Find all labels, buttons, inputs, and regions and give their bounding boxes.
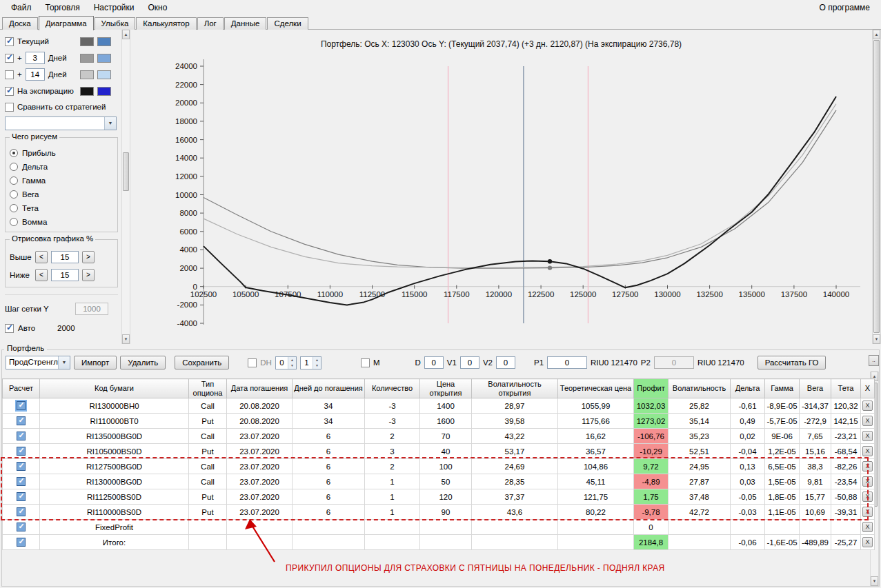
- v1-input[interactable]: [460, 356, 479, 369]
- col-header-delta[interactable]: Дельта: [731, 379, 765, 398]
- radio-option-1[interactable]: Прибыль: [10, 146, 113, 160]
- spinner-up-icon[interactable]: [288, 357, 296, 363]
- plus14-curve-checkbox[interactable]: [5, 70, 14, 79]
- row-calc-checkbox[interactable]: [17, 462, 26, 471]
- row-delete-button[interactable]: X: [862, 461, 873, 472]
- dh-spin2-input[interactable]: [301, 357, 313, 369]
- tab-6[interactable]: Данные: [224, 17, 267, 30]
- menu-about[interactable]: О программе: [813, 1, 877, 14]
- increase-above-button[interactable]: [82, 251, 95, 263]
- above-percent-input[interactable]: [51, 251, 79, 263]
- menu-item-4[interactable]: Окно: [141, 1, 175, 14]
- col-header-days-to-expiry[interactable]: Дней до погашения: [293, 379, 365, 398]
- row-calc-checkbox[interactable]: [17, 523, 26, 531]
- d-input[interactable]: [424, 356, 444, 369]
- spinner-up-icon[interactable]: [313, 357, 321, 363]
- calc-margin-button[interactable]: Рассчитать ГО: [758, 356, 826, 369]
- grid-step-input[interactable]: [75, 303, 108, 315]
- row-calc-checkbox[interactable]: [17, 477, 26, 486]
- row-delete-button[interactable]: X: [862, 491, 873, 502]
- payoff-chart[interactable]: 2400022000200001800016000140001200010000…: [130, 30, 871, 344]
- col-header-open-vol[interactable]: Волатильность открытия: [472, 379, 558, 398]
- row-calc-checkbox[interactable]: [17, 432, 26, 440]
- tab-1[interactable]: Доска: [2, 17, 38, 30]
- dh-spin1-input[interactable]: [276, 357, 288, 369]
- row-delete-button[interactable]: X: [862, 431, 873, 441]
- plus14-days-input[interactable]: [26, 68, 45, 81]
- menu-item-2[interactable]: Торговля: [39, 1, 87, 14]
- tab-3[interactable]: Улыбка: [95, 17, 136, 30]
- compare-strategy-checkbox[interactable]: [5, 103, 14, 112]
- col-header-vega[interactable]: Вега: [800, 379, 831, 398]
- radio-option-5[interactable]: Тета: [10, 201, 113, 215]
- dh-spinner-1[interactable]: [275, 356, 297, 369]
- row-calc-checkbox[interactable]: [17, 447, 26, 456]
- below-percent-input[interactable]: [51, 269, 79, 281]
- col-header-calc[interactable]: Расчет: [3, 379, 40, 398]
- scroll-up-icon[interactable]: [122, 30, 130, 39]
- delete-button[interactable]: Удалить: [120, 356, 166, 369]
- radio-option-2[interactable]: Дельта: [10, 160, 113, 174]
- increase-below-button[interactable]: [82, 269, 95, 281]
- menu-item-3[interactable]: Настройки: [87, 1, 141, 14]
- row-calc-checkbox[interactable]: [17, 416, 26, 425]
- scroll-thumb[interactable]: [123, 152, 129, 191]
- v2-input[interactable]: [496, 356, 515, 369]
- row-calc-checkbox[interactable]: [17, 507, 26, 516]
- row-calc-checkbox[interactable]: [17, 492, 26, 501]
- plus3-curve-checkbox[interactable]: [5, 54, 14, 63]
- spinner-down-icon[interactable]: [313, 363, 321, 369]
- menu-item-1[interactable]: Файл: [4, 1, 39, 14]
- col-header-quantity[interactable]: Количество: [365, 379, 420, 398]
- col-header-gamma[interactable]: Гамма: [765, 379, 800, 398]
- save-button[interactable]: Сохранить: [175, 356, 229, 369]
- spinner-down-icon[interactable]: [288, 363, 296, 369]
- col-header-volatility[interactable]: Волатильность: [669, 379, 731, 398]
- col-header-theo-price[interactable]: Теоретическая цена: [558, 379, 634, 398]
- plus3-days-input[interactable]: [26, 52, 45, 64]
- more-button[interactable]: ..: [869, 355, 879, 366]
- tab-7[interactable]: Сделки: [267, 17, 308, 30]
- col-header-x[interactable]: X: [861, 379, 875, 398]
- col-header-code[interactable]: Код бумаги: [40, 379, 189, 398]
- row-calc-checkbox[interactable]: [17, 538, 26, 547]
- decrease-above-button[interactable]: [35, 251, 48, 263]
- m-checkbox[interactable]: [361, 358, 370, 367]
- row-delete-button[interactable]: X: [862, 507, 873, 517]
- scroll-down-icon[interactable]: [873, 334, 880, 344]
- scroll-up-icon[interactable]: [873, 30, 880, 39]
- main-right-scrollbar[interactable]: [872, 30, 881, 344]
- radio-option-4[interactable]: Вега: [10, 187, 113, 201]
- left-panel-scrollbar[interactable]: [121, 30, 130, 344]
- p2-input[interactable]: [654, 356, 694, 369]
- scroll-thumb[interactable]: [873, 40, 880, 333]
- dh-checkbox[interactable]: [248, 358, 257, 367]
- col-header-profit[interactable]: Профит: [634, 379, 669, 398]
- compare-strategy-select[interactable]: [5, 116, 117, 130]
- expiration-curve-checkbox[interactable]: [5, 87, 14, 96]
- strategy-select[interactable]: ПродСтренгл: [6, 356, 70, 369]
- decrease-below-button[interactable]: [35, 269, 48, 281]
- row-delete-button[interactable]: X: [862, 537, 873, 547]
- scroll-down-icon[interactable]: [871, 576, 878, 586]
- row-delete-button[interactable]: X: [862, 401, 873, 411]
- row-delete-button[interactable]: X: [862, 522, 873, 532]
- auto-grid-checkbox[interactable]: [5, 324, 14, 333]
- chart-area[interactable]: Портфель: Ось X: 123030 Ось Y: (Текущий …: [130, 30, 872, 344]
- radio-option-6[interactable]: Вомма: [10, 215, 113, 229]
- col-header-open-price[interactable]: Цена открытия: [420, 379, 472, 398]
- row-delete-button[interactable]: X: [862, 476, 873, 487]
- dh-spinner-2[interactable]: [300, 356, 321, 369]
- col-header-theta[interactable]: Тета: [831, 379, 861, 398]
- radio-option-3[interactable]: Гамма: [10, 174, 113, 187]
- current-curve-checkbox[interactable]: [5, 37, 14, 46]
- p1-input[interactable]: [547, 356, 587, 369]
- tab-5[interactable]: Лог: [197, 17, 224, 30]
- tab-2[interactable]: Диаграмма: [39, 16, 94, 30]
- row-delete-button[interactable]: X: [862, 416, 873, 426]
- import-button[interactable]: Импорт: [74, 356, 117, 369]
- tab-4[interactable]: Калькулятор: [136, 17, 196, 30]
- scroll-down-icon[interactable]: [122, 334, 130, 344]
- row-delete-button[interactable]: X: [862, 446, 873, 456]
- row-calc-checkbox[interactable]: [17, 401, 26, 410]
